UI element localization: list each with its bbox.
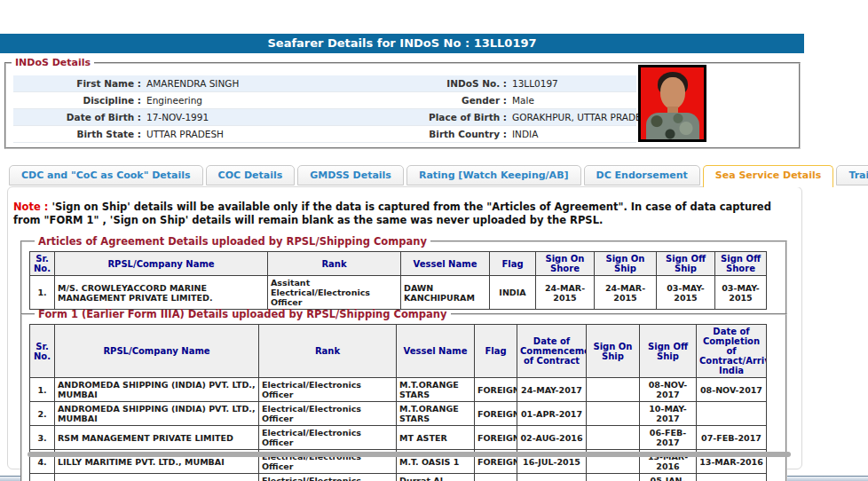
table-cell: Electrical/Electronics Officer [259,474,397,481]
table-cell: 06-FEB-2017 [640,426,697,450]
table-cell: 08-NOV-2017 [697,378,767,402]
table-cell [587,402,640,426]
page-title: Seafarer Details for INDoS No : 13LL0197 [0,34,804,53]
details-row: Birth State :UTTAR PRADESHBirth Country … [13,126,636,143]
table-cell: Durrat Al Manama [397,474,475,481]
header-row: Sr. No.RPSL/Company NameRankVessel NameF… [30,252,767,276]
tab-gmdss-details[interactable]: GMDSS Details [297,165,404,185]
table-cell: ANDROMEDA SHIPPING (INDIA) PVT. LTD., MU… [55,402,259,426]
table-cell [587,474,640,481]
field-value: Engineering [145,95,386,106]
photo-face [660,77,685,109]
sea-service-panel: Note : 'Sign on Ship' details will be av… [7,186,802,469]
tab-coc-details[interactable]: COC Details [206,165,296,185]
table-cell: 2. [30,402,55,426]
horizontal-scrollbar[interactable] [28,452,791,457]
details-row: Date of Birth :17-NOV-1991Place of Birth… [13,109,636,126]
field-label: First Name : [13,78,145,89]
form1-table: Sr. No.RPSL/Company NameRankVessel NameF… [29,324,767,481]
note-body: 'Sign on Ship' details will be available… [13,201,771,226]
field-label: Date of Birth : [13,112,145,122]
table-cell: FOREIGN [475,378,517,402]
column-header: Vessel Name [401,252,490,276]
details-row: First Name :AMARENDRA SINGHINDoS No. :13… [13,75,636,92]
column-header: Sign Off Ship [640,325,697,378]
column-header: RPSL/Company Name [55,252,268,276]
table-cell: FOREIGN [475,402,517,426]
form1-legend: Form 1 (Earlier Form IIIA) Details uploa… [35,308,451,320]
column-header: Date of Commencement of Contract [517,325,587,378]
details-row: Discipline :EngineeringGender :Male [13,92,636,109]
field-label: Gender : [386,95,510,106]
tab-dc-endorsement[interactable]: DC Endorsement [584,165,700,185]
field-label: Place of Birth : [386,112,510,122]
field-label: Discipline : [13,95,145,106]
tab-rating-watch-keeping-ab[interactable]: Rating [Watch Keeping/AB] [406,165,581,185]
field-value: INDIA [510,129,636,139]
field-value: AMARENDRA SINGH [145,78,386,89]
column-header: Sign On Ship [595,252,657,276]
table-cell: 03-MAY-2015 [715,276,767,310]
column-header: Sign On Ship [587,325,640,378]
table-row: 1.ANDROMEDA SHIPPING (INDIA) PVT. LTD., … [30,378,767,402]
table-cell: Electrical/Electronics Officer [259,402,397,426]
tab-cdc-and-coc-as-cook-details[interactable]: CDC and "CoC as Cook" Details [9,165,203,185]
seafarer-photo [638,65,706,142]
table-cell: 02-AUG-2016 [517,426,587,450]
table-row: 1.M/S. CROWLEYACCORD MARINE MANAGEMENT P… [30,276,767,310]
table-cell: 3. [30,426,55,450]
column-header: Rank [259,325,397,378]
tab-sea-service-details[interactable]: Sea Service Details [703,165,834,187]
table-cell: FOREIGN [475,474,517,481]
table-cell: MT ASTER [397,426,475,450]
table-cell [587,426,640,450]
column-header: Flag [475,325,517,378]
column-header: Sign Off Shore [715,252,767,276]
table-cell: 05-JAN-2015 [640,474,697,481]
details-grid: First Name :AMARENDRA SINGHINDoS No. :13… [13,75,636,143]
table-cell: M.T.ORANGE STARS [397,402,475,426]
column-header: Rank [268,252,401,276]
table-cell: 24-MAR-2015 [536,276,595,310]
articles-table: Sr. No.RPSL/Company NameRankVessel NameF… [29,251,767,310]
column-header: Sign On Shore [536,252,595,276]
column-header: Sign Off Ship [657,252,715,276]
tab-training-details[interactable]: Training Details [836,165,868,185]
indos-details-legend: INDoS Details [12,57,94,68]
table-cell: Electrical/Electronics Officer [259,426,397,450]
table-cell: DAWN KANCHIPURAM [401,276,490,310]
field-value: GORAKHPUR, UTTAR PRADESH [510,112,654,122]
table-row: 3.RSM MANAGEMENT PRIVATE LIMITEDElectric… [30,426,767,450]
field-label: Birth Country : [386,129,510,139]
table-cell: 24-MAY-2017 [517,378,587,402]
table-cell: 07-FEB-2017 [697,426,767,450]
field-value: 17-NOV-1991 [145,112,386,122]
table-cell: FOREIGN [475,426,517,450]
table-cell: INDIA [490,276,536,310]
note-text: Note : 'Sign on Ship' details will be av… [13,201,777,227]
column-header: Sr. No. [30,325,55,378]
tab-bar: CDC and "CoC as Cook" DetailsCOC Details… [9,165,868,187]
table-cell: 06-JAN-2015 [697,474,767,481]
table-cell: M/S. CROWLEYACCORD MARINE MANAGEMENT PRI… [55,276,268,310]
column-header: Date of Completion of Contract/Arriving … [697,325,767,378]
articles-of-agreement-fieldset: Articles of Agreement Details uploaded b… [20,235,787,319]
field-value: UTTAR PRADESH [145,129,386,139]
field-label: Birth State : [13,129,145,139]
table-cell: 5. [30,474,55,481]
table-cell: Assitant Electrical/Electronics Officer [268,276,401,310]
column-header: RPSL/Company Name [55,325,259,378]
table-cell: 01-APR-2017 [517,402,587,426]
table-cell: 1. [30,378,55,402]
table-cell: 08-NOV-2017 [640,378,697,402]
photo-shirt [646,113,699,141]
table-cell: 24-MAR-2015 [595,276,657,310]
table-cell: M.T.ORANGE STARS [397,378,475,402]
table-cell: 1. [30,276,55,310]
column-header: Vessel Name [397,325,475,378]
table-cell [697,402,767,426]
table-cell: 03-MAY-2015 [657,276,715,310]
table-cell: LOYALTY MARINE SERVICES PVT. LTD. [55,474,259,481]
table-cell: ANDROMEDA SHIPPING (INDIA) PVT. LTD., MU… [55,378,259,402]
table-cell: 19-APR-2014 [517,474,587,481]
